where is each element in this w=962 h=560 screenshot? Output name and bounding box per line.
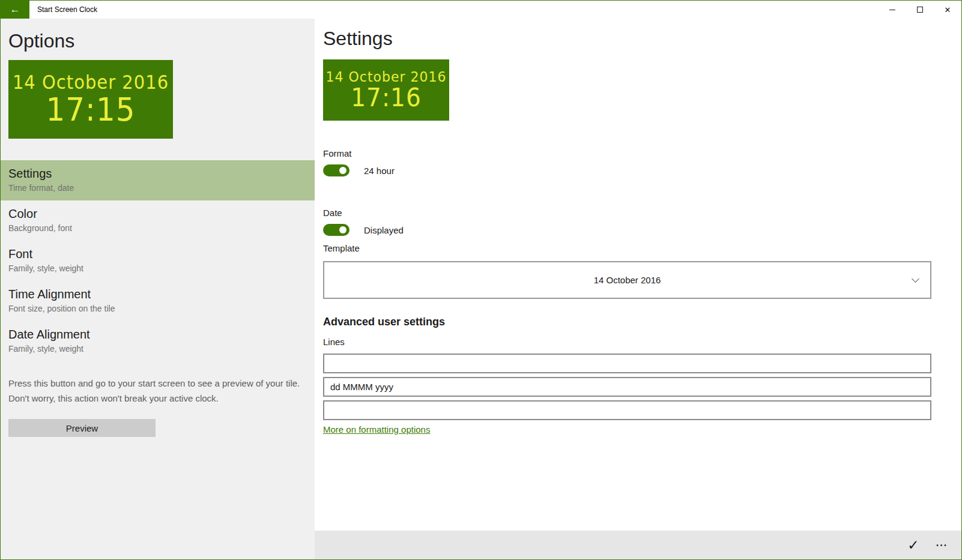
clock-tile-preview-small: 14 October 2016 17:16 (323, 59, 449, 121)
accept-button[interactable]: ✓ (899, 531, 928, 559)
nav-item-label: Font (8, 246, 307, 262)
minimize-icon (889, 10, 895, 10)
minimize-button[interactable] (879, 1, 906, 19)
nav-item-label: Date Alignment (8, 327, 307, 342)
nav-item-settings[interactable]: Settings Time format, date (1, 160, 315, 200)
nav-item-label: Settings (8, 166, 307, 181)
back-button[interactable]: ← (1, 1, 29, 19)
date-toggle-row: Displayed (323, 224, 931, 236)
window-controls: ✕ (879, 1, 961, 19)
options-pane: Options 14 October 2016 17:15 Settings T… (1, 19, 315, 559)
settings-pane: Settings 14 October 2016 17:16 Format 24… (315, 19, 961, 559)
date-label: Date (323, 208, 931, 218)
preview-note: Press this button and go to your start s… (8, 376, 304, 406)
options-heading: Options (8, 29, 315, 52)
tile-date-text: 14 October 2016 (325, 68, 446, 85)
nav-item-description: Font size, position on the tile (8, 303, 307, 315)
lines-label: Lines (323, 337, 931, 348)
line-2-input[interactable] (323, 377, 931, 397)
nav-item-font[interactable]: Font Family, style, weight (1, 241, 315, 281)
close-button[interactable]: ✕ (934, 1, 961, 19)
template-label: Template (323, 243, 931, 254)
formatting-options-link[interactable]: More on formatting options (323, 424, 430, 435)
back-arrow-icon: ← (10, 4, 20, 16)
title-bar: ← Start Screen Clock ✕ (1, 1, 961, 19)
template-combobox[interactable]: 14 October 2016 (323, 261, 931, 299)
tile-time-text: 17:16 (351, 83, 421, 112)
settings-heading: Settings (323, 27, 931, 50)
line-3-input[interactable] (323, 400, 931, 420)
preview-button[interactable]: Preview (8, 419, 156, 437)
nav-item-description: Time format, date (8, 182, 307, 194)
nav-item-label: Time Alignment (8, 286, 307, 302)
nav-item-color[interactable]: Color Background, font (1, 200, 315, 241)
ellipsis-icon: ••• (936, 542, 948, 549)
clock-tile-preview-large: 14 October 2016 17:15 (8, 60, 173, 139)
maximize-button[interactable] (906, 1, 934, 19)
app-window: ← Start Screen Clock ✕ Options 14 Octobe… (0, 0, 962, 560)
nav-item-description: Family, style, weight (8, 262, 307, 274)
date-toggle[interactable] (323, 224, 349, 236)
nav-item-time-alignment[interactable]: Time Alignment Font size, position on th… (1, 281, 315, 321)
nav-item-description: Background, font (8, 222, 307, 234)
toggle-thumb (339, 167, 346, 174)
nav-item-date-alignment[interactable]: Date Alignment Family, style, weight (1, 321, 315, 361)
date-toggle-value: Displayed (364, 225, 404, 235)
line-1-input[interactable] (323, 354, 931, 373)
maximize-icon (917, 7, 923, 13)
format-toggle[interactable] (323, 164, 349, 176)
settings-content: Settings 14 October 2016 17:16 Format 24… (315, 19, 961, 531)
nav-item-label: Color (8, 206, 307, 221)
window-title: Start Screen Clock (37, 1, 97, 19)
close-icon: ✕ (945, 6, 951, 14)
options-nav: Settings Time format, date Color Backgro… (1, 160, 315, 361)
format-label: Format (323, 148, 931, 159)
format-toggle-row: 24 hour (323, 164, 931, 176)
toggle-thumb (339, 226, 346, 233)
command-bar: ✓ ••• (315, 531, 961, 559)
template-selected-value: 14 October 2016 (594, 275, 661, 285)
advanced-settings-heading: Advanced user settings (323, 315, 931, 328)
tile-time-text: 17:15 (46, 91, 135, 128)
tile-date-text: 14 October 2016 (13, 71, 169, 93)
more-button[interactable]: ••• (928, 531, 957, 559)
nav-item-description: Family, style, weight (8, 343, 307, 355)
checkmark-icon: ✓ (907, 537, 919, 553)
chevron-down-icon (912, 275, 919, 283)
format-toggle-value: 24 hour (364, 166, 395, 176)
